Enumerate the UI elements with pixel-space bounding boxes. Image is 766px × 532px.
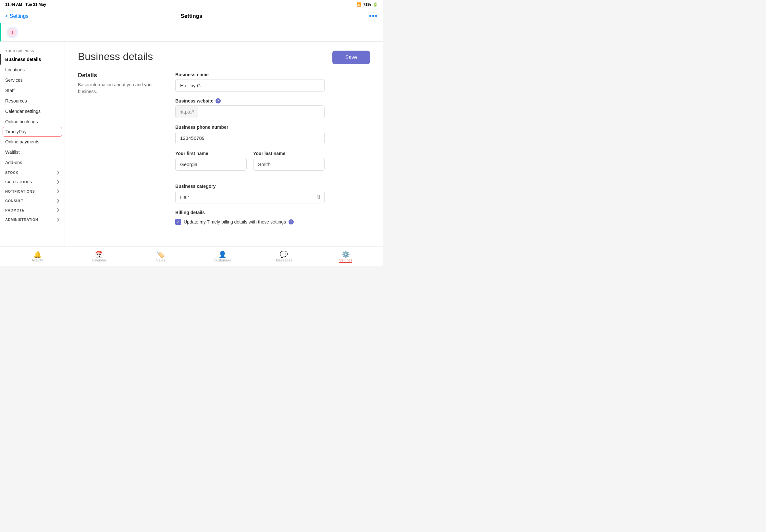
messages-icon: 💬 [280, 250, 288, 258]
nav-title: Settings [180, 13, 202, 19]
tab-bar: 🔔 Activity 📅 Calendar 🏷️ Sales 👤 Custome… [0, 247, 383, 266]
sidebar-item-resources[interactable]: Resources [0, 96, 65, 106]
business-name-field: Business name [175, 72, 324, 92]
sidebar-item-business-details[interactable]: Business details [0, 54, 65, 65]
sidebar-section-sales-tools[interactable]: SALES TOOLS ❯ [0, 177, 65, 187]
back-button[interactable]: < Settings [5, 13, 29, 19]
sidebar-section-administration[interactable]: ADMINISTRATION ❯ [0, 215, 65, 224]
sidebar-item-waitlist[interactable]: Waitlist [0, 147, 65, 157]
main-layout: YOUR BUSINESS Business details Locations… [0, 42, 383, 247]
chevron-down-icon: ❯ [56, 180, 60, 184]
business-website-input[interactable] [198, 106, 324, 118]
sidebar-item-online-bookings[interactable]: Online bookings [0, 116, 65, 127]
tab-messages-label: Messages [276, 258, 292, 262]
last-name-label: Your last name [253, 151, 324, 156]
save-button[interactable]: Save [332, 51, 370, 64]
status-indicators: 📶 71% 🔋 [356, 2, 378, 7]
sidebar-item-timelypay[interactable]: TimelyPay [3, 127, 62, 137]
chevron-down-icon: ❯ [56, 199, 60, 203]
status-time: 11:44 AM Tue 21 May [5, 2, 46, 7]
tab-customers[interactable]: 👤 Customers [191, 250, 253, 263]
chevron-down-icon: ❯ [56, 189, 60, 193]
tab-sales-label: Sales [156, 258, 165, 262]
status-bar: 11:44 AM Tue 21 May 📶 71% 🔋 [0, 0, 383, 9]
website-input-wrapper: https:// [175, 105, 324, 118]
tab-calendar[interactable]: 📅 Calendar [68, 250, 130, 263]
sidebar-item-locations[interactable]: Locations [0, 65, 65, 75]
activity-icon: 🔔 [33, 250, 42, 258]
business-phone-label: Business phone number [175, 125, 324, 130]
billing-checkbox[interactable]: ✓ [175, 219, 181, 225]
settings-icon: ⚙️ [342, 250, 350, 258]
tab-sales[interactable]: 🏷️ Sales [130, 250, 191, 263]
sidebar-item-online-payments[interactable]: Online payments [0, 137, 65, 147]
brand-logo: t [6, 27, 18, 38]
more-options-button[interactable]: ••• [369, 12, 378, 20]
sidebar-item-calendar-settings[interactable]: Calendar settings [0, 106, 65, 116]
url-prefix: https:// [176, 106, 198, 118]
chevron-down-icon: ❯ [56, 217, 60, 222]
category-select-wrapper: Hair Beauty Wellness Fitness Other ⇅ [175, 191, 324, 203]
billing-checkbox-label: Update my Timely billing details with th… [184, 219, 286, 224]
nav-bar: < Settings Settings ••• [0, 9, 383, 23]
sidebar-section-promote[interactable]: PROMOTE ❯ [0, 205, 65, 215]
help-icon[interactable]: ? [215, 98, 221, 103]
tab-settings-label: Settings [339, 258, 352, 262]
tab-settings[interactable]: ⚙️ Settings [315, 250, 376, 263]
sidebar-item-services[interactable]: Services [0, 75, 65, 85]
chevron-down-icon: ❯ [56, 208, 60, 212]
business-phone-input[interactable] [175, 132, 324, 144]
form-section: Business name Business website ? https:/… [175, 72, 324, 225]
business-name-label: Business name [175, 72, 324, 77]
billing-help-icon[interactable]: ? [288, 219, 294, 224]
sidebar: YOUR BUSINESS Business details Locations… [0, 42, 65, 247]
calendar-icon: 📅 [95, 250, 103, 258]
tab-activity-label: Activity [32, 258, 43, 262]
billing-section: Billing details ✓ Update my Timely billi… [175, 210, 324, 225]
tab-messages[interactable]: 💬 Messages [253, 250, 315, 263]
billing-title: Billing details [175, 210, 324, 215]
sidebar-section-notifications[interactable]: NOTIFICATIONS ❯ [0, 187, 65, 196]
business-category-field: Business category Hair Beauty Wellness F… [175, 184, 324, 203]
last-name-input[interactable] [253, 158, 324, 171]
business-phone-field: Business phone number [175, 125, 324, 144]
sidebar-item-staff[interactable]: Staff [0, 85, 65, 96]
chevron-down-icon: ❯ [56, 170, 60, 175]
business-category-select[interactable]: Hair Beauty Wellness Fitness Other [175, 191, 324, 203]
billing-checkbox-row: ✓ Update my Timely billing details with … [175, 219, 324, 225]
tab-customers-label: Customers [213, 258, 231, 262]
sidebar-item-addons[interactable]: Add-ons [0, 157, 65, 168]
first-name-field: Your first name [175, 151, 247, 171]
content-area: Business details Save Details Basic info… [65, 42, 383, 247]
page-title: Business details [78, 51, 153, 63]
sales-icon: 🏷️ [157, 250, 165, 258]
tab-active-indicator [339, 262, 352, 263]
tab-activity[interactable]: 🔔 Activity [6, 250, 68, 263]
name-fields-row: Your first name Your last name [175, 151, 324, 177]
brand-header: t [0, 23, 383, 42]
sidebar-section-stock[interactable]: STOCK ❯ [0, 168, 65, 177]
section-title: Details [78, 72, 162, 79]
sidebar-section-consult[interactable]: CONSULT ❯ [0, 196, 65, 205]
last-name-field: Your last name [253, 151, 324, 171]
customers-icon: 👤 [218, 250, 226, 258]
business-website-label: Business website ? [175, 98, 324, 103]
battery-icon: 🔋 [373, 2, 378, 7]
svg-text:t: t [12, 30, 13, 35]
wifi-icon: 📶 [356, 2, 361, 7]
section-description: Basic information about you and your bus… [78, 81, 162, 95]
sidebar-section-your-business: YOUR BUSINESS [0, 47, 65, 54]
first-name-label: Your first name [175, 151, 247, 156]
content-header: Business details Save [78, 51, 370, 64]
tab-calendar-label: Calendar [92, 258, 106, 262]
battery-level: 71% [363, 2, 371, 7]
business-name-input[interactable] [175, 79, 324, 92]
business-website-field: Business website ? https:// [175, 98, 324, 118]
business-category-label: Business category [175, 184, 324, 189]
first-name-input[interactable] [175, 158, 247, 171]
